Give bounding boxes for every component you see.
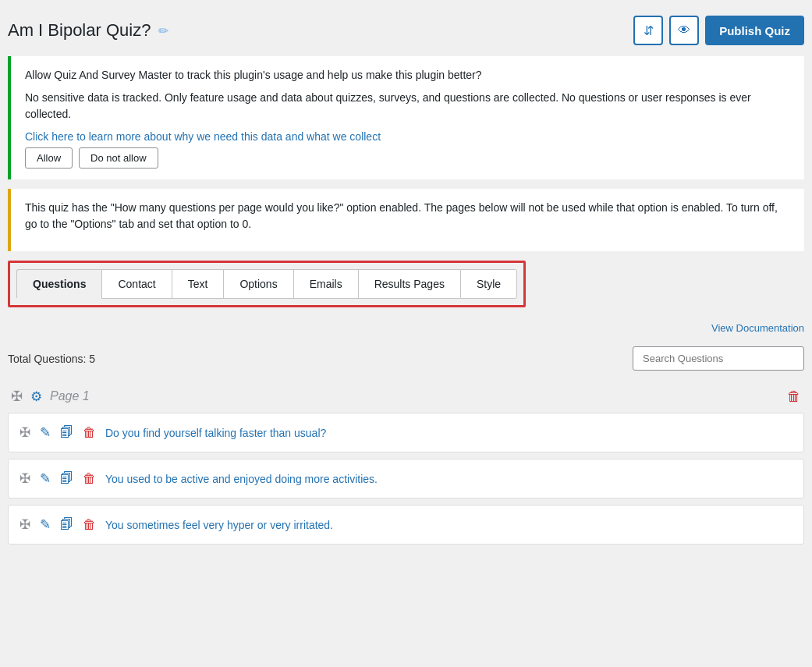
total-questions-label: Total Questions: 5 [8,353,95,365]
tabs-highlight-box: Questions Contact Text Options Emails Re… [8,261,526,307]
stats-bar: Total Questions: 5 [8,342,804,380]
view-documentation-link[interactable]: View Documentation [711,322,804,334]
eye-icon: 👁 [678,23,690,37]
tab-options[interactable]: Options [223,269,293,299]
question-copy-icon[interactable]: 🗐 [60,517,73,533]
tab-style[interactable]: Style [460,269,517,299]
question-copy-icon[interactable]: 🗐 [60,425,73,441]
page-delete-icon[interactable]: 🗑 [787,388,801,405]
sort-icon-button[interactable]: ⇵ [633,16,663,45]
tab-text[interactable]: Text [172,269,224,299]
question-edit-icon[interactable]: ✎ [40,516,51,533]
tab-questions[interactable]: Questions [16,269,101,299]
tracking-notice-paragraph1: Allow Quiz And Survey Master to track th… [25,67,790,83]
page-1-label: Page 1 [50,389,90,403]
question-row: ✠ ✎ 🗐 🗑 You used to be active and enjoye… [8,459,804,498]
tab-results-pages[interactable]: Results Pages [358,269,460,299]
tab-contact[interactable]: Contact [101,269,171,299]
page-1-header-left: ✠ ⚙ Page 1 [11,388,90,405]
preview-icon-button[interactable]: 👁 [669,16,699,45]
tabs-nav: Questions Contact Text Options Emails Re… [16,269,517,299]
question-drag-icon[interactable]: ✠ [20,424,30,441]
question-delete-icon[interactable]: 🗑 [83,517,96,533]
page-drag-handle-icon[interactable]: ✠ [11,388,23,405]
pages-notice-text: This quiz has the "How many questions pe… [25,200,790,232]
tab-emails[interactable]: Emails [293,269,358,299]
question-delete-icon[interactable]: 🗑 [83,471,96,487]
page-title: Am I Bipolar Quiz? [8,20,151,41]
question-drag-icon[interactable]: ✠ [20,516,30,533]
tracking-notice: Allow Quiz And Survey Master to track th… [8,56,804,179]
tracking-notice-buttons: Allow Do not allow [25,147,790,169]
publish-quiz-button[interactable]: Publish Quiz [705,16,804,45]
page-1-header: ✠ ⚙ Page 1 🗑 [8,380,804,413]
page-gear-icon[interactable]: ⚙ [30,388,42,405]
view-docs-bar: View Documentation [8,315,804,342]
content-area: View Documentation Total Questions: 5 ✠ … [8,307,804,562]
header-right: ⇵ 👁 Publish Quiz [633,16,804,45]
tracking-notice-link[interactable]: Click here to learn more about why we ne… [25,130,381,143]
sort-icon: ⇵ [644,23,654,38]
do-not-allow-button[interactable]: Do not allow [79,147,158,169]
search-questions-input[interactable] [633,346,804,371]
question-drag-icon[interactable]: ✠ [20,470,30,487]
page-header: Am I Bipolar Quiz? ✏ ⇵ 👁 Publish Quiz [8,8,804,56]
page-1-block: ✠ ⚙ Page 1 🗑 ✠ ✎ 🗐 🗑 Do you find yoursel… [8,380,804,545]
pages-notice: This quiz has the "How many questions pe… [8,189,804,251]
question-text: You used to be active and enjoyed doing … [105,473,792,485]
question-edit-icon[interactable]: ✎ [40,470,51,487]
question-edit-icon[interactable]: ✎ [40,424,51,441]
allow-button[interactable]: Allow [25,147,73,169]
question-text: You sometimes feel very hyper or very ir… [105,519,792,531]
question-copy-icon[interactable]: 🗐 [60,471,73,487]
question-text: Do you find yourself talking faster than… [105,427,792,439]
tracking-notice-paragraph2: No sensitive data is tracked. Only featu… [25,90,790,122]
question-row: ✠ ✎ 🗐 🗑 Do you find yourself talking fas… [8,413,804,452]
edit-title-icon[interactable]: ✏ [158,23,168,38]
question-delete-icon[interactable]: 🗑 [83,425,96,441]
question-row: ✠ ✎ 🗐 🗑 You sometimes feel very hyper or… [8,505,804,545]
header-left: Am I Bipolar Quiz? ✏ [8,20,168,41]
